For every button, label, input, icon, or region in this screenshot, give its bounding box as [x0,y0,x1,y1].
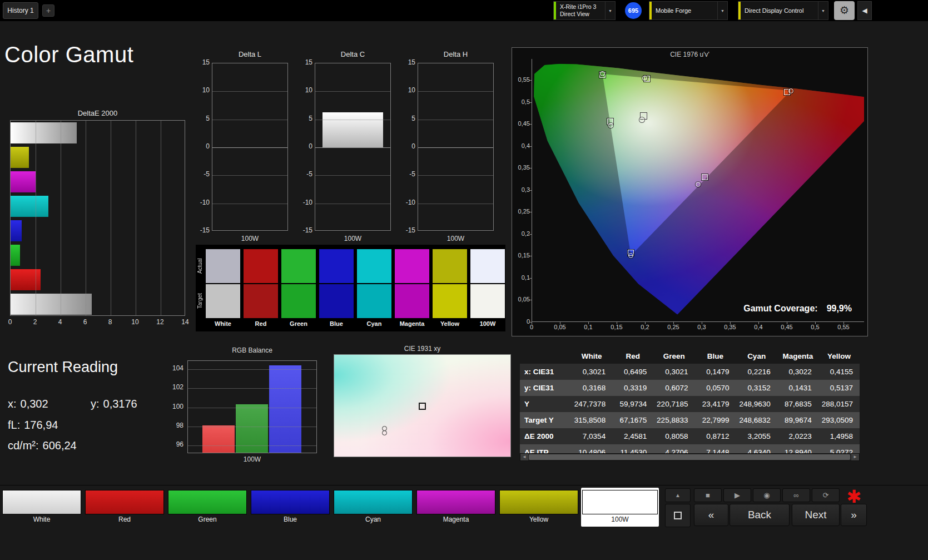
cell-value: 0,3021 [653,364,694,380]
source-dropdown[interactable]: Mobile Forge ▼ [649,1,728,20]
collapse-panel-button[interactable]: ◀ [857,1,872,20]
axis-tick-label: 0,5 [806,324,824,330]
patch-button-blue[interactable]: Blue [250,488,331,527]
axis-tick-label: 96 [167,440,183,448]
display-control-dropdown[interactable]: Direct Display Control ▼ [738,1,828,20]
scrollbar-thumb[interactable] [529,454,850,460]
patch-button-cyan[interactable]: Cyan [333,488,414,527]
chart-title: DeltaE 2000 [10,109,185,117]
tick-mark [529,256,532,256]
cie1976-horseshoe-diagram [532,59,864,322]
cell-value: 220,7185 [653,396,694,412]
gear-icon: ⚙ [840,4,849,16]
add-tab-button[interactable]: + [42,4,54,17]
delta-bar [322,112,383,147]
row-label: ΔE 2000 [520,428,571,444]
gear-button[interactable]: ⚙ [834,1,855,20]
deltae2000-xaxis: 02468101214 [0,318,192,327]
swatch-column-label: Red [242,320,280,327]
measured-marker-blue [628,253,633,258]
x-value: 0,302 [21,398,48,410]
tick-mark [529,168,532,169]
axis-tick-label: 0,35 [513,164,530,171]
swatch-target-green [281,284,316,318]
cie1931-diagram [334,354,511,457]
gridline [418,91,493,92]
patch-button-white[interactable]: White [1,488,82,527]
axis-tick-label: 14 [178,318,192,326]
chevrons-right-button[interactable]: » [841,504,867,526]
gridline [315,204,390,204]
swatch-grid [206,249,505,318]
tick-mark [730,322,731,324]
transport-stop-button[interactable]: ■ [694,488,722,502]
chart-title: RGB Balance [187,346,317,354]
axis-tick-label: -5 [196,170,210,178]
patch-button-magenta[interactable]: Magenta [415,488,497,527]
axis-tick-label: 0,2 [636,324,654,330]
chevron-down-icon[interactable]: ▼ [717,2,727,19]
axis-tick-label: -5 [299,170,312,178]
patch-button-100w[interactable]: 100W [581,488,659,527]
panel-delta-l: Delta L151050-5-10-15100W [196,50,290,245]
history-tab[interactable]: History 1 [3,2,38,19]
meter-line2: Direct View [560,11,601,18]
frame-button[interactable] [665,504,691,527]
chevron-down-icon[interactable]: ▼ [605,2,615,19]
axis-tick-label: 5 [196,115,210,122]
patch-swatch [251,490,330,514]
column-header-cyan: Cyan [736,349,777,364]
rgb-bar-blue [269,365,301,453]
axis-tick-label: 0,2 [513,230,530,237]
table-row-y-cie31: y: CIE310,31680,33190,60720,05700,31520,… [520,380,860,396]
axis-label: 100W [212,235,288,242]
transport-camera-button[interactable]: ◉ [753,488,781,502]
cell-value: 4,2706 [653,444,694,453]
cie1976-panel: CIE 1976 u'v' [512,47,868,336]
meter-count-badge[interactable]: 695 [625,2,642,19]
swatch-labels: WhiteRedGreenBlueCyanMagentaYellow100W [196,320,505,329]
tick-mark [529,322,532,323]
swatch-target-white [206,284,240,318]
transport-play-button[interactable]: ▶ [723,488,751,502]
axis-tick-label: 0,55 [513,76,530,83]
gridline [188,445,316,446]
meter-dropdown[interactable]: X-Rite i1Pro 3 Direct View ▼ [553,1,616,20]
table-scrollbar[interactable]: ◄ ► [520,453,860,461]
transport-infinity-button[interactable]: ∞ [782,488,810,502]
axis-tick-label: 0,05 [513,296,530,303]
deltae-bar-cyan [11,196,48,217]
back-button[interactable]: Back [730,504,790,526]
plot-area [418,63,494,231]
deltae-bar-white [11,122,77,143]
deltae-bar-magenta [11,171,36,192]
axis-tick-label: 0,35 [721,324,739,330]
chevrons-left-button[interactable]: « [694,504,728,526]
patch-button-red[interactable]: Red [84,488,165,527]
measured-marker-cyan [608,123,613,128]
chart-title: CIE 1976 u'v' [512,51,867,58]
axis-tick-label: 100 [167,403,183,410]
gridline [212,175,287,176]
patch-button-green[interactable]: Green [167,488,248,527]
scroll-left-button[interactable]: ◄ [520,454,528,460]
scroll-right-button[interactable]: ► [851,454,859,460]
deltae-bar-green [11,245,20,266]
table-row-y: Y247,737859,9734220,718523,4179248,96308… [520,396,860,412]
axis-tick-label: 98 [167,422,183,429]
row-label: Target Y [520,412,571,428]
tick-mark [645,322,646,324]
chevron-down-icon[interactable]: ▼ [818,2,828,19]
deltae2000-plot [10,120,185,316]
cell-value: 0,5137 [818,380,860,396]
transport-loop-button[interactable]: ⟳ [812,488,840,502]
cie1931-panel: CIE 1931 xy [334,345,511,459]
up-button[interactable]: ▲ [665,488,691,502]
next-button[interactable]: Next [792,504,840,526]
tick-mark [529,212,532,212]
cell-value: 59,9734 [612,396,653,412]
axis-tick-label: 4 [53,318,67,326]
measured-marker-green [600,71,605,76]
patch-button-yellow[interactable]: Yellow [498,488,579,527]
cell-value: 0,0570 [694,380,736,396]
